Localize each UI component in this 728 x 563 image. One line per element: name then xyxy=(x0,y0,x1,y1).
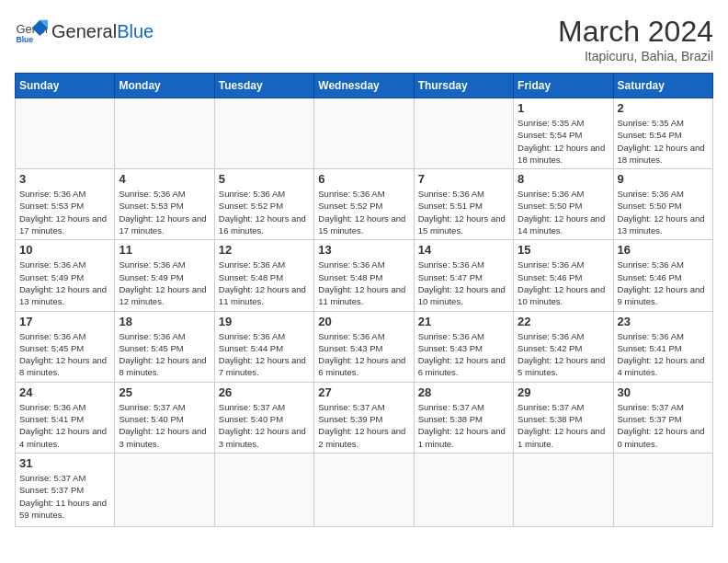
calendar-cell: 25Sunrise: 5:37 AM Sunset: 5:40 PM Dayli… xyxy=(115,382,214,453)
day-number: 8 xyxy=(518,172,609,186)
calendar-cell: 29Sunrise: 5:37 AM Sunset: 5:38 PM Dayli… xyxy=(514,382,613,453)
day-info: Sunrise: 5:36 AM Sunset: 5:53 PM Dayligh… xyxy=(119,188,210,236)
day-info: Sunrise: 5:37 AM Sunset: 5:37 PM Dayligh… xyxy=(19,472,110,521)
generalblue-logo-icon: General Blue xyxy=(15,15,48,48)
day-number: 4 xyxy=(119,172,210,186)
day-number: 6 xyxy=(318,172,409,186)
calendar-cell: 5Sunrise: 5:36 AM Sunset: 5:52 PM Daylig… xyxy=(214,169,313,240)
day-header-friday: Friday xyxy=(514,74,613,98)
day-info: Sunrise: 5:37 AM Sunset: 5:38 PM Dayligh… xyxy=(418,401,509,450)
calendar-cell xyxy=(115,98,214,169)
calendar-cell: 3Sunrise: 5:36 AM Sunset: 5:53 PM Daylig… xyxy=(16,169,115,240)
day-info: Sunrise: 5:37 AM Sunset: 5:39 PM Dayligh… xyxy=(318,401,409,450)
calendar-cell: 14Sunrise: 5:36 AM Sunset: 5:47 PM Dayli… xyxy=(414,240,513,311)
day-number: 10 xyxy=(19,243,110,257)
day-info: Sunrise: 5:37 AM Sunset: 5:40 PM Dayligh… xyxy=(219,401,310,450)
week-row-5: 24Sunrise: 5:36 AM Sunset: 5:41 PM Dayli… xyxy=(16,382,713,453)
day-info: Sunrise: 5:36 AM Sunset: 5:43 PM Dayligh… xyxy=(418,330,509,379)
calendar-cell xyxy=(314,453,414,526)
day-number: 1 xyxy=(518,101,609,115)
week-row-3: 10Sunrise: 5:36 AM Sunset: 5:49 PM Dayli… xyxy=(16,240,713,311)
calendar-cell: 30Sunrise: 5:37 AM Sunset: 5:37 PM Dayli… xyxy=(613,382,712,453)
calendar-cell: 31Sunrise: 5:37 AM Sunset: 5:37 PM Dayli… xyxy=(16,453,115,526)
day-number: 30 xyxy=(618,385,709,399)
day-info: Sunrise: 5:36 AM Sunset: 5:49 PM Dayligh… xyxy=(19,259,110,307)
day-number: 22 xyxy=(518,315,609,328)
calendar-cell: 9Sunrise: 5:36 AM Sunset: 5:50 PM Daylig… xyxy=(613,169,712,240)
day-info: Sunrise: 5:36 AM Sunset: 5:44 PM Dayligh… xyxy=(219,330,310,379)
day-info: Sunrise: 5:35 AM Sunset: 5:54 PM Dayligh… xyxy=(518,117,609,166)
day-number: 13 xyxy=(318,243,409,257)
calendar-cell: 19Sunrise: 5:36 AM Sunset: 5:44 PM Dayli… xyxy=(214,311,313,382)
day-info: Sunrise: 5:36 AM Sunset: 5:45 PM Dayligh… xyxy=(119,330,210,379)
day-header-row: SundayMondayTuesdayWednesdayThursdayFrid… xyxy=(16,74,713,98)
day-number: 23 xyxy=(618,315,709,328)
day-number: 17 xyxy=(19,315,110,328)
day-header-saturday: Saturday xyxy=(613,74,712,98)
day-number: 27 xyxy=(318,385,409,399)
calendar-subtitle: Itapicuru, Bahia, Brazil xyxy=(558,49,713,63)
calendar-cell: 8Sunrise: 5:36 AM Sunset: 5:50 PM Daylig… xyxy=(514,169,613,240)
calendar-cell xyxy=(314,98,414,169)
day-info: Sunrise: 5:36 AM Sunset: 5:43 PM Dayligh… xyxy=(318,330,409,379)
calendar-cell xyxy=(214,453,313,526)
day-number: 15 xyxy=(518,243,609,257)
day-info: Sunrise: 5:36 AM Sunset: 5:52 PM Dayligh… xyxy=(318,188,409,236)
day-number: 29 xyxy=(518,385,609,399)
calendar-cell: 21Sunrise: 5:36 AM Sunset: 5:43 PM Dayli… xyxy=(414,311,513,382)
day-info: Sunrise: 5:36 AM Sunset: 5:41 PM Dayligh… xyxy=(19,401,110,450)
day-info: Sunrise: 5:36 AM Sunset: 5:42 PM Dayligh… xyxy=(518,330,609,379)
calendar-cell xyxy=(613,453,712,526)
calendar-cell: 2Sunrise: 5:35 AM Sunset: 5:54 PM Daylig… xyxy=(613,98,712,169)
calendar-cell: 17Sunrise: 5:36 AM Sunset: 5:45 PM Dayli… xyxy=(16,311,115,382)
day-info: Sunrise: 5:36 AM Sunset: 5:47 PM Dayligh… xyxy=(418,259,509,307)
day-info: Sunrise: 5:36 AM Sunset: 5:51 PM Dayligh… xyxy=(418,188,509,236)
calendar-cell xyxy=(414,98,513,169)
calendar-cell: 7Sunrise: 5:36 AM Sunset: 5:51 PM Daylig… xyxy=(414,169,513,240)
day-number: 19 xyxy=(219,315,310,328)
calendar-cell: 10Sunrise: 5:36 AM Sunset: 5:49 PM Dayli… xyxy=(16,240,115,311)
day-number: 24 xyxy=(19,385,110,399)
day-number: 3 xyxy=(19,172,110,186)
day-number: 31 xyxy=(19,456,110,470)
day-info: Sunrise: 5:36 AM Sunset: 5:46 PM Dayligh… xyxy=(518,259,609,307)
day-header-monday: Monday xyxy=(115,74,214,98)
day-info: Sunrise: 5:36 AM Sunset: 5:50 PM Dayligh… xyxy=(518,188,609,236)
calendar-cell: 4Sunrise: 5:36 AM Sunset: 5:53 PM Daylig… xyxy=(115,169,214,240)
week-row-6: 31Sunrise: 5:37 AM Sunset: 5:37 PM Dayli… xyxy=(16,453,713,526)
day-info: Sunrise: 5:36 AM Sunset: 5:52 PM Dayligh… xyxy=(219,188,310,236)
day-number: 18 xyxy=(119,315,210,328)
week-row-4: 17Sunrise: 5:36 AM Sunset: 5:45 PM Dayli… xyxy=(16,311,713,382)
day-number: 25 xyxy=(119,385,210,399)
day-number: 26 xyxy=(219,385,310,399)
calendar-cell: 16Sunrise: 5:36 AM Sunset: 5:46 PM Dayli… xyxy=(613,240,712,311)
calendar-cell: 28Sunrise: 5:37 AM Sunset: 5:38 PM Dayli… xyxy=(414,382,513,453)
logo-general-text: GeneralBlue xyxy=(51,21,154,41)
calendar-cell xyxy=(414,453,513,526)
day-number: 9 xyxy=(618,172,709,186)
calendar-cell: 26Sunrise: 5:37 AM Sunset: 5:40 PM Dayli… xyxy=(214,382,313,453)
day-number: 5 xyxy=(219,172,310,186)
calendar-cell xyxy=(16,98,115,169)
day-number: 16 xyxy=(618,243,709,257)
day-number: 11 xyxy=(119,243,210,257)
day-info: Sunrise: 5:36 AM Sunset: 5:49 PM Dayligh… xyxy=(119,259,210,307)
week-row-1: 1Sunrise: 5:35 AM Sunset: 5:54 PM Daylig… xyxy=(16,98,713,169)
day-header-wednesday: Wednesday xyxy=(314,74,414,98)
day-number: 28 xyxy=(418,385,509,399)
day-info: Sunrise: 5:35 AM Sunset: 5:54 PM Dayligh… xyxy=(618,117,709,166)
day-number: 20 xyxy=(318,315,409,328)
day-info: Sunrise: 5:36 AM Sunset: 5:46 PM Dayligh… xyxy=(618,259,709,307)
calendar-cell: 15Sunrise: 5:36 AM Sunset: 5:46 PM Dayli… xyxy=(514,240,613,311)
logo: General Blue GeneralBlue xyxy=(15,15,154,48)
calendar-title: March 2024 xyxy=(558,15,713,49)
svg-text:Blue: Blue xyxy=(16,35,33,44)
day-number: 2 xyxy=(618,101,709,115)
calendar-cell xyxy=(214,98,313,169)
day-info: Sunrise: 5:36 AM Sunset: 5:45 PM Dayligh… xyxy=(19,330,110,379)
day-number: 14 xyxy=(418,243,509,257)
day-header-sunday: Sunday xyxy=(16,74,115,98)
calendar-cell xyxy=(514,453,613,526)
calendar-cell: 22Sunrise: 5:36 AM Sunset: 5:42 PM Dayli… xyxy=(514,311,613,382)
day-info: Sunrise: 5:36 AM Sunset: 5:48 PM Dayligh… xyxy=(318,259,409,307)
